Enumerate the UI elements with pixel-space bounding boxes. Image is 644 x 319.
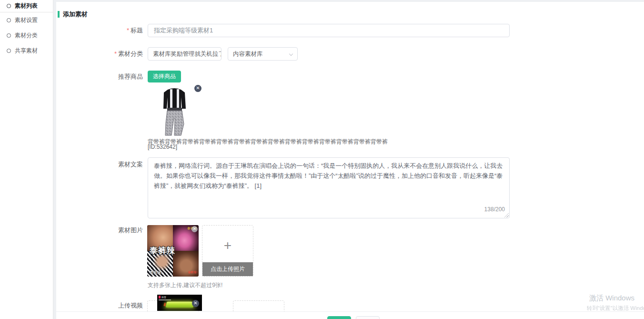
product-name: 背带裤背带裤背带裤背带裤背带裤背带裤背带裤背带裤背带裤背带裤背带裤背带裤背带裤背… xyxy=(148,139,388,144)
category-select-secondary-value: 内容素材库 xyxy=(233,50,263,58)
page-header: 添加素材 xyxy=(58,10,88,19)
resize-handle-icon[interactable] xyxy=(504,213,509,217)
copy-textarea-wrap: 泰裤辣，网络流行词。源自于王琳凯在演唱会上说的一句话：“我是一个特别固执的人，我… xyxy=(148,157,510,218)
images-label: 素材图片 xyxy=(56,225,143,235)
cancel-button[interactable] xyxy=(356,316,380,319)
sidebar-item-label: 素材分类 xyxy=(15,31,38,40)
meme-caption-main: 泰裤辣 xyxy=(150,245,175,256)
uploaded-image-thumbnail[interactable]: 泰裤辣 泰裤辣! 泰裤辣! 泰裤辣 ✕ xyxy=(147,225,199,277)
plus-icon: + xyxy=(202,239,253,252)
category-label: *素材分类 xyxy=(56,47,143,61)
copy-label: 素材文案 xyxy=(56,159,143,169)
product-id: [ID:532642] xyxy=(148,144,177,150)
remove-product-icon[interactable]: ✕ xyxy=(194,85,201,92)
page-title: 添加素材 xyxy=(63,10,88,19)
category-select-primary-value: 素材库奖励管理就关机拉了' xyxy=(153,50,221,58)
sidebar-item-shared-material[interactable]: 共享素材 xyxy=(0,43,53,58)
images-hint: 支持多张上传,建议不超过9张! xyxy=(148,281,222,289)
copy-textarea[interactable]: 泰裤辣，网络流行词。源自于王琳凯在演唱会上说的一句话：“我是一个特别固执的人，我… xyxy=(148,157,510,218)
remove-image-icon[interactable]: ✕ xyxy=(191,226,198,232)
meme-caption: 泰裤辣! xyxy=(150,270,162,275)
windows-activation-watermark: 激活 Windows xyxy=(589,294,634,303)
video-label: 上传视频 xyxy=(56,300,143,310)
meme-caption: 泰裤辣! xyxy=(188,270,197,275)
char-counter: 138/200 xyxy=(484,206,505,213)
meme-quadrant: 泰裤辣! xyxy=(173,251,199,277)
chevron-down-icon xyxy=(290,52,293,56)
title-input[interactable] xyxy=(148,24,510,37)
sidebar-item-material-category[interactable]: 素材分类 xyxy=(0,28,53,43)
radio-circle-icon xyxy=(7,49,11,53)
music-note-icon xyxy=(159,296,161,298)
radio-circle-icon xyxy=(7,33,11,38)
upload-photo-button[interactable]: 点击上传照片 xyxy=(202,262,253,276)
upload-photo-box[interactable]: + 点击上传照片 xyxy=(202,225,253,277)
tiktok-label: 抖音 xyxy=(161,296,166,298)
sidebar-item-label: 素材设置 xyxy=(15,16,38,24)
product-label: 推荐商品 xyxy=(56,71,143,82)
sidebar-item-material-settings[interactable]: 素材设置 xyxy=(0,12,53,28)
tiktok-logo-icon: 抖音 xyxy=(159,296,166,298)
chevron-down-icon xyxy=(213,52,217,56)
required-mark: * xyxy=(114,50,117,57)
header-accent-bar xyxy=(58,11,60,18)
video-subtitle-line xyxy=(159,299,171,300)
category-select-secondary[interactable]: 内容素材库 xyxy=(228,47,298,61)
radio-circle-icon xyxy=(7,4,11,8)
select-product-button[interactable]: 选择商品 xyxy=(148,71,181,82)
sidebar-item-material-list[interactable]: 素材列表 xyxy=(0,0,53,12)
windows-activation-watermark-sub: 转到“设置”以激活 Windows xyxy=(587,305,644,312)
required-mark: * xyxy=(127,27,129,34)
remove-video-icon[interactable]: ✕ xyxy=(192,300,199,307)
save-button[interactable] xyxy=(327,316,351,319)
main-panel: 添加素材 *标题 *素材分类 素材库奖励管理就关机拉了' 内容素材库 推荐商品 … xyxy=(56,2,644,319)
category-select-primary[interactable]: 素材库奖励管理就关机拉了' xyxy=(148,47,221,61)
video-glow-graphic xyxy=(166,302,194,308)
product-image xyxy=(157,87,192,137)
sidebar-item-label: 共享素材 xyxy=(15,47,38,55)
radio-circle-icon xyxy=(7,18,11,22)
sidebar: 素材列表 素材设置 素材分类 共享素材 xyxy=(0,0,53,319)
title-label: *标题 xyxy=(56,24,143,37)
sidebar-item-label: 素材列表 xyxy=(15,2,38,10)
form-footer xyxy=(56,311,644,319)
